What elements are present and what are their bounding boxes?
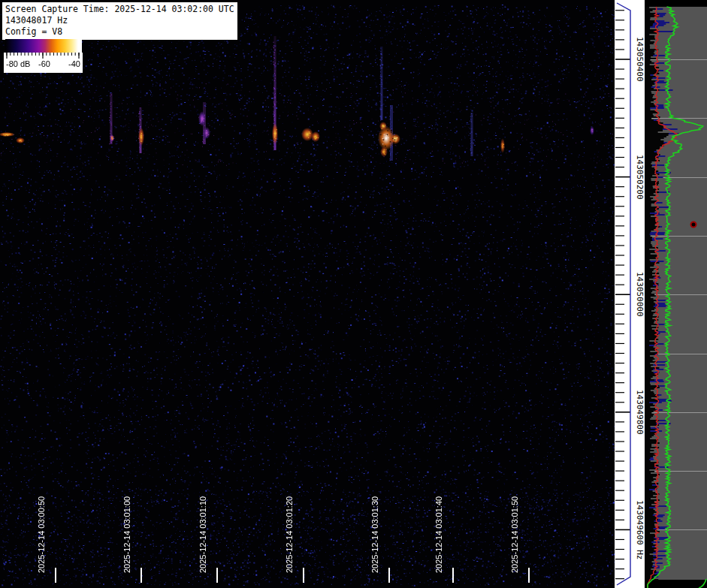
time-label: 2025-12-14 03:01:50 [510,496,520,573]
time-label: 2025-12-14 03:01:10 [198,496,208,573]
time-label: 2025-12-14 03:00:50 [37,496,47,573]
db-label-neg40: -40 [68,59,80,68]
config-text: Config = V8 [5,26,234,38]
time-label: 2025-12-14 03:01:30 [370,496,380,573]
frequency-label: 143050200 [635,155,645,200]
color-scale-ticks [4,53,83,59]
time-label: 2025-12-14 03:01:00 [122,496,132,573]
color-scale-legend: -80 dB -60 -40 [4,39,83,73]
frequency-label: 143049800 [635,390,645,435]
db-label-neg80: -80 dB [6,59,30,68]
capture-info-box: Screen Capture Time: 2025-12-14 03:02:00… [2,2,238,41]
live-spectrum-panel [645,0,707,588]
frequency-label: 143049600 Hz [635,500,645,559]
capture-time-text: Screen Capture Time: 2025-12-14 03:02:00… [5,4,234,15]
color-scale-label-area: -80 dB -60 -40 [4,53,83,73]
center-frequency-text: 143048017 Hz [5,15,234,26]
color-scale-gradient-bar [5,39,82,53]
time-label: 2025-12-14 03:01:20 [285,496,295,573]
waterfall-spectrogram [0,0,615,588]
frequency-label: 143050400 [635,37,645,82]
spectrum-lab-screen-capture: 2025-12-14 03:00:502025-12-14 03:01:0020… [0,0,707,588]
frequency-label: 143050000 [635,272,645,317]
time-label: 2025-12-14 03:01:40 [434,496,444,573]
db-label-neg60: -60 [38,59,50,68]
